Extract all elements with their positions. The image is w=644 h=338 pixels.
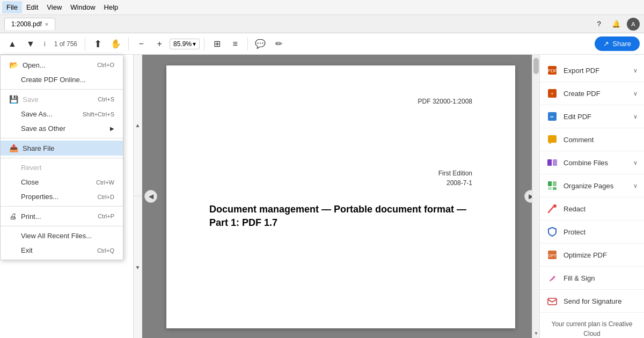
menu-item-print[interactable]: 🖨 Print... Ctrl+P: [1, 209, 123, 224]
svg-point-16: [553, 204, 557, 208]
svg-rect-11: [548, 181, 552, 186]
sidebar-scroll-up[interactable]: ▲: [133, 55, 142, 196]
organize-pages-label: Organize Pages: [564, 182, 628, 190]
pdf-prev-nav[interactable]: ◀: [144, 190, 157, 203]
panel-item-send-signature[interactable]: Send for Signature: [540, 290, 644, 313]
create-pdf-icon: +: [546, 87, 558, 99]
tab-bar-right: ? 🔔 A: [592, 18, 640, 31]
panel-footer: Your current plan is Creative Cloud Lear…: [540, 313, 644, 338]
panel-item-redact[interactable]: Redact: [540, 197, 644, 221]
properties-shortcut: Ctrl+D: [98, 194, 114, 200]
hand-tool-button[interactable]: ✋: [108, 36, 124, 52]
notifications-button[interactable]: 🔔: [610, 18, 623, 31]
tab-close-btn[interactable]: ×: [45, 21, 48, 27]
panel-item-combine[interactable]: Combine Files ∨: [540, 151, 644, 174]
menu-edit[interactable]: Edit: [22, 1, 42, 13]
pdf-scrollbar[interactable]: ▼: [532, 55, 539, 338]
help-button[interactable]: ?: [592, 18, 605, 31]
menu-item-save-as[interactable]: Save As... Shift+Ctrl+S: [1, 107, 123, 121]
avatar-button[interactable]: A: [627, 18, 640, 31]
sep-2: [1, 138, 123, 138]
svg-text:✏: ✏: [550, 114, 554, 120]
print-label: Print...: [21, 212, 41, 221]
panel-item-export-pdf[interactable]: PDF Export PDF ∨: [540, 59, 644, 82]
save-other-arrow: ▶: [110, 126, 114, 131]
svg-rect-8: [547, 159, 552, 166]
file-dropdown-menu: 📂 Open... Ctrl+O Create PDF Online... 💾 …: [0, 55, 123, 260]
save-as-shortcut: Shift+Ctrl+S: [83, 111, 114, 117]
toolbar-sep-2: [128, 38, 129, 50]
menu-item-recent-files[interactable]: View All Recent Files...: [1, 229, 123, 243]
edit-pdf-icon: ✏: [546, 111, 558, 122]
sep-5: [1, 226, 123, 226]
svg-rect-19: [548, 298, 557, 305]
pdf-scrollbar-down[interactable]: ▼: [533, 330, 539, 336]
panel-item-create-pdf[interactable]: + Create PDF ∨: [540, 82, 644, 105]
menu-item-create-online[interactable]: Create PDF Online...: [1, 72, 123, 87]
sep-3: [1, 158, 123, 158]
panel-item-fill-sign[interactable]: Fill & Sign: [540, 267, 644, 290]
combine-files-arrow: ∨: [633, 159, 638, 166]
fit-page-button[interactable]: ⊞: [209, 36, 225, 52]
tab-pdf[interactable]: 1:2008.pdf ×: [4, 18, 55, 30]
comment-button[interactable]: 💬: [252, 36, 268, 52]
svg-rect-12: [553, 181, 557, 186]
save-as-label: Save As...: [21, 110, 53, 118]
toolbar-sep-1: [85, 38, 85, 50]
open-label: Open...: [23, 61, 46, 69]
svg-rect-9: [553, 159, 557, 166]
menu-window[interactable]: Window: [66, 1, 99, 13]
exit-shortcut: Ctrl+Q: [97, 247, 114, 254]
page-info-icon: i: [41, 40, 49, 48]
redact-label: Redact: [564, 205, 638, 213]
tab-bar: 1:2008.pdf × ? 🔔 A: [0, 15, 644, 33]
pdf-scrollbar-thumb[interactable]: [533, 58, 539, 74]
right-panel: PDF Export PDF ∨ + Create PDF ∨ ✏ Edit P…: [539, 55, 644, 338]
panel-item-optimize[interactable]: OPT Optimize PDF: [540, 244, 644, 267]
revert-label: Revert: [21, 164, 41, 172]
menu-help[interactable]: Help: [100, 1, 123, 13]
svg-text:OPT: OPT: [548, 253, 557, 258]
open-folder-icon: 📂: [9, 61, 18, 69]
share-icon: ↗: [603, 40, 609, 48]
pdf-header: PDF 32000-1:2008: [209, 98, 472, 105]
export-pdf-arrow: ∨: [633, 67, 638, 74]
save-icon: 💾: [9, 95, 18, 104]
draw-button[interactable]: ✏: [270, 36, 287, 52]
panel-item-protect[interactable]: Protect: [540, 221, 644, 244]
panel-item-edit-pdf[interactable]: ✏ Edit PDF ∨: [540, 105, 644, 128]
menu-item-save-other[interactable]: Save as Other ▶: [1, 121, 123, 136]
fill-sign-icon: [546, 272, 558, 284]
menu-item-close[interactable]: Close Ctrl+W: [1, 175, 123, 189]
redact-icon: [546, 203, 558, 215]
svg-rect-14: [553, 187, 557, 190]
prev-page-button[interactable]: ▲: [4, 36, 20, 52]
menu-item-open[interactable]: 📂 Open... Ctrl+O: [1, 57, 123, 72]
next-page-button[interactable]: ▼: [23, 36, 39, 52]
pdf-date: 2008-7-1: [209, 179, 472, 187]
edit-pdf-label: Edit PDF: [564, 113, 628, 121]
menu-item-properties[interactable]: Properties... Ctrl+D: [1, 189, 123, 204]
menu-file[interactable]: File: [2, 1, 22, 13]
select-tool-button[interactable]: ⬆: [90, 36, 106, 52]
combine-files-icon: [546, 157, 558, 168]
export-pdf-label: Export PDF: [564, 67, 628, 75]
panel-item-comment[interactable]: Comment: [540, 128, 644, 151]
close-label: Close: [21, 178, 39, 186]
sidebar-scroll-down[interactable]: ▼: [133, 196, 142, 338]
print-shortcut: Ctrl+P: [98, 213, 114, 219]
menu-view[interactable]: View: [42, 1, 66, 13]
tab-label: 1:2008.pdf: [11, 20, 42, 28]
menu-item-exit[interactable]: Exit Ctrl+Q: [1, 243, 123, 258]
scroll-mode-button[interactable]: ≡: [227, 36, 243, 52]
menu-item-share-file[interactable]: 📤 Share File: [1, 141, 123, 156]
panel-item-organize[interactable]: Organize Pages ∨: [540, 174, 644, 197]
toolbar-sep-4: [247, 38, 248, 50]
share-button[interactable]: ↗ Share: [595, 36, 640, 51]
zoom-control[interactable]: 85.9% ▾: [170, 39, 200, 49]
recent-files-label: View All Recent Files...: [21, 232, 92, 240]
zoom-out-button[interactable]: −: [133, 36, 149, 52]
pdf-area: PDF 32000-1:2008 First Edition 2008-7-1 …: [142, 55, 539, 338]
zoom-in-button[interactable]: +: [151, 36, 167, 52]
svg-text:PDF: PDF: [547, 68, 558, 74]
